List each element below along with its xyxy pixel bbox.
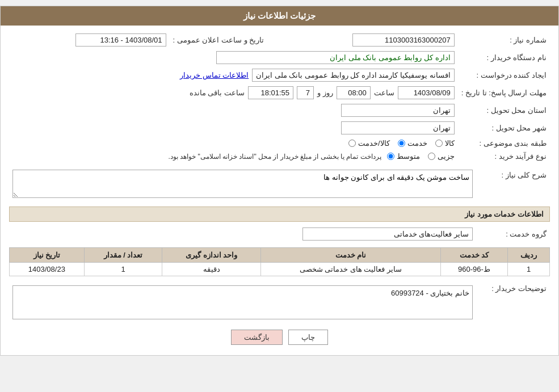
table-header-row: ردیف کد خدمت نام خدمت واحد اندازه گیری ت… [10, 248, 550, 263]
col-code: کد خدمت [440, 248, 507, 263]
services-section-title: اطلاعات خدمات مورد نیاز [9, 206, 550, 222]
cell-unit: دقیقه [162, 263, 261, 276]
creator-label: ایجاد کننده درخواست : [458, 66, 550, 84]
service-group-row: گروه خدمت : سایر فعالیت‌های خدماتی [9, 225, 550, 243]
reply-time-box: 08:00 [337, 86, 371, 99]
col-date: تاریخ نیاز [10, 248, 85, 263]
page-container: جزئیات اطلاعات نیاز شماره نیاز : 1103003… [0, 6, 559, 356]
cell-qty: 1 [84, 263, 162, 276]
service-group-label: گروه خدمت : [476, 225, 550, 243]
cell-row: 1 [508, 263, 550, 276]
reply-remaining-box: 18:01:55 [248, 86, 293, 99]
reply-time-label: ساعت [374, 88, 394, 97]
province-value: تهران [9, 102, 458, 119]
reply-date-box: 1403/08/09 [398, 86, 455, 99]
announce-datetime-box: 1403/08/01 - 13:16 [75, 33, 166, 47]
buyer-desc-label: توضیحات خریدار : [476, 281, 550, 322]
buyer-desc-value: خانم بختیاری - 60993724 [9, 281, 476, 322]
buyer-dept-label: نام دستگاه خریدار : [458, 49, 550, 66]
need-desc-textarea[interactable]: ساخت موشن یک دقیقه ای برای کانون جوانه ه… [12, 170, 473, 198]
radio-motavas[interactable] [387, 153, 394, 160]
category-option-khedmat[interactable]: خدمت [398, 139, 427, 147]
radio-khedmat-label: خدمت [407, 139, 427, 147]
service-group-value: سایر فعالیت‌های خدماتی [9, 225, 476, 243]
need-desc-section: شرح کلی نیاز : ساخت موشن یک دقیقه ای برا… [9, 167, 550, 202]
col-row: ردیف [508, 248, 550, 263]
radio-khedmat[interactable] [398, 140, 405, 147]
buyer-dept-box: اداره کل روابط عمومی بانک ملی ایران [216, 51, 455, 64]
reply-days-box: 7 [297, 86, 314, 99]
table-row: 1ط-96-960سایر فعالیت های خدماتی شخصیدقیق… [10, 263, 550, 276]
col-qty: تعداد / مقدار [84, 248, 162, 263]
category-label: طبقه بندی موضوعی : [458, 137, 550, 150]
need-desc-label: شرح کلی نیاز : [476, 167, 550, 202]
col-unit: واحد اندازه گیری [162, 248, 261, 263]
province-label: استان محل تحویل : [458, 102, 550, 119]
content-area: شماره نیاز : 1103003163000207 تاریخ و سا… [1, 26, 558, 355]
need-number-box: 1103003163000207 [352, 33, 455, 47]
province-box: تهران [341, 104, 455, 117]
buyer-desc-section: توضیحات خریدار : خانم بختیاری - 60993724 [9, 281, 550, 322]
need-number-label: شماره نیاز : [458, 31, 550, 49]
creator-box: افسانه یوسفیکیا کارمند اداره کل روابط عم… [252, 69, 455, 82]
service-group-box: سایر فعالیت‌های خدماتی [302, 227, 473, 241]
radio-motavas-label: متوسط [397, 152, 420, 161]
process-row: متوسط جزیی پرداخت تمام یا بخشی از مبلغ خ… [9, 150, 458, 163]
reply-days-label: روز و [317, 88, 333, 97]
radio-kala[interactable] [435, 140, 443, 147]
need-number-value: 1103003163000207 [279, 31, 457, 49]
cell-code: ط-96-960 [440, 263, 507, 276]
radio-kala-khedmat-label: کالا/خدمت [358, 139, 390, 147]
cell-date: 1403/08/23 [10, 263, 85, 276]
reply-deadline-label: مهلت ارسال پاسخ: تا تاریخ : [458, 84, 550, 102]
announce-datetime-value: 1403/08/01 - 13:16 [9, 31, 170, 49]
process-label: نوع فرآیند خرید : [458, 150, 550, 163]
col-name: نام خدمت [261, 248, 441, 263]
city-label: شهر محل تحویل : [458, 119, 550, 137]
radio-jozi-label: جزیی [438, 152, 455, 161]
category-option-kala[interactable]: کالا [435, 139, 455, 147]
cell-name: سایر فعالیت های خدماتی شخصی [261, 263, 441, 276]
buyer-desc-box: خانم بختیاری - 60993724 [12, 285, 473, 319]
button-row: چاپ بازگشت [9, 330, 550, 345]
need-desc-value: ساخت موشن یک دقیقه ای برای کانون جوانه ه… [9, 167, 476, 202]
contact-link[interactable]: اطلاعات تماس خریدار [180, 71, 249, 79]
process-note: پرداخت تمام یا بخشی از مبلغ خریدار از مح… [169, 153, 381, 161]
radio-jozi[interactable] [428, 153, 435, 160]
radio-kala-label: کالا [445, 139, 455, 147]
radio-kala-khedmat[interactable] [348, 140, 356, 147]
process-option-motavas[interactable]: متوسط [387, 152, 420, 161]
back-button[interactable]: بازگشت [231, 330, 283, 345]
reply-remaining-label: ساعت باقی مانده [190, 88, 245, 97]
info-section: شماره نیاز : 1103003163000207 تاریخ و سا… [9, 31, 550, 163]
print-button[interactable]: چاپ [288, 330, 328, 345]
page-title: جزئیات اطلاعات نیاز [1, 6, 558, 26]
reply-deadline-row: 1403/08/09 ساعت 08:00 روز و 7 18:01:55 س… [9, 84, 458, 102]
process-option-jozi[interactable]: جزیی [428, 152, 455, 161]
category-option-kala-khedmat[interactable]: کالا/خدمت [348, 139, 390, 147]
creator-value: افسانه یوسفیکیا کارمند اداره کل روابط عم… [9, 66, 458, 84]
services-table: ردیف کد خدمت نام خدمت واحد اندازه گیری ت… [9, 247, 550, 276]
city-value: تهران [9, 119, 458, 137]
category-row: کالا/خدمت خدمت کالا [9, 137, 458, 150]
buyer-dept-value: اداره کل روابط عمومی بانک ملی ایران [9, 49, 458, 66]
city-box: تهران [341, 121, 455, 134]
announce-datetime-label: تاریخ و ساعت اعلان عمومی : [170, 31, 268, 49]
